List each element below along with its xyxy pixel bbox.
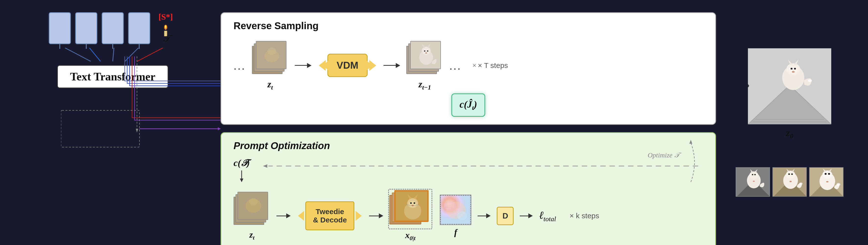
svg-point-31 xyxy=(425,52,427,54)
c-jt-box: c(Ĵt) xyxy=(452,93,485,117)
svg-point-85 xyxy=(786,171,795,179)
x0t-label: x0|t xyxy=(405,230,415,242)
token-boxes: [S*] xyxy=(49,12,177,44)
token-box-1 xyxy=(49,12,71,44)
svg-marker-18 xyxy=(218,127,221,130)
f-img-box xyxy=(440,194,471,225)
x0t-fox-img xyxy=(396,191,429,222)
dots-left: ... xyxy=(234,58,246,72)
svg-point-55 xyxy=(457,211,467,220)
svg-point-91 xyxy=(799,182,803,185)
fox-strip-1 xyxy=(736,167,770,197)
svg-point-89 xyxy=(788,174,790,175)
svg-point-71 xyxy=(808,79,812,82)
svg-point-70 xyxy=(794,68,796,70)
prompt-inner: c(𝒯) Optimize 𝒯 xyxy=(234,157,703,242)
arrow-to-x0t xyxy=(369,213,383,218)
prompt-zt-group: zt xyxy=(234,191,270,241)
left-section: [S*] xyxy=(15,12,211,233)
zt1-label: zt−1 xyxy=(418,79,431,91)
svg-point-69 xyxy=(790,68,793,70)
d-box: D xyxy=(497,207,514,225)
t-steps-label: × × T steps xyxy=(472,61,508,70)
svg-point-80 xyxy=(752,174,753,175)
reverse-sampling-title: Reverse Sampling xyxy=(234,20,703,31)
x0t-group: x0|t xyxy=(390,190,431,242)
svg-point-33 xyxy=(427,50,428,52)
f-group: f xyxy=(440,194,471,237)
arrow-to-d xyxy=(477,213,491,218)
fox-strip-img-2 xyxy=(773,168,807,197)
token-box-2 xyxy=(75,12,97,44)
svg-point-32 xyxy=(424,50,426,52)
arrow-to-ltotal xyxy=(520,213,533,218)
z0-label: z0 xyxy=(748,127,831,140)
opt-main-flow: zt Tweedie & Decode xyxy=(234,190,703,242)
main-container: [S*] xyxy=(0,0,868,245)
prompt-fox-img xyxy=(238,192,268,220)
fox-strip-img-3 xyxy=(810,168,843,197)
down-arrow-icon xyxy=(239,171,245,183)
c-t-group: c(𝒯) xyxy=(234,157,250,183)
svg-point-8 xyxy=(165,25,166,28)
middle-section: Reverse Sampling ... xyxy=(221,12,716,233)
f-label: f xyxy=(454,227,457,237)
reverse-flow-row: ... xyxy=(234,36,703,95)
fox-strip-img-1 xyxy=(736,168,770,197)
optimize-t-arrow xyxy=(263,161,698,171)
prompt-zt-stack xyxy=(234,191,270,227)
fox-strip xyxy=(736,167,843,197)
svg-marker-35 xyxy=(240,179,243,182)
f-img xyxy=(440,195,471,225)
c-t-label: c(𝒯) xyxy=(234,157,250,169)
svg-point-99 xyxy=(825,173,827,175)
svg-point-76 xyxy=(749,172,758,179)
svg-point-81 xyxy=(754,174,756,175)
t-label: 𝒯 xyxy=(163,33,168,44)
right-section: z0 xyxy=(726,48,853,196)
svg-point-90 xyxy=(791,174,793,175)
l-total-label: ℓtotal xyxy=(539,209,556,223)
prompt-opt-title: Prompt Optimization xyxy=(234,140,703,151)
zt1-stack xyxy=(406,40,443,77)
svg-point-47 xyxy=(411,205,414,206)
k-steps-label: × k steps xyxy=(569,212,599,220)
c-jt-container: c(Ĵt) xyxy=(234,96,703,117)
z0-container: z0 xyxy=(748,48,831,140)
prompt-top-area: c(𝒯) Optimize 𝒯 xyxy=(234,157,703,183)
fox-strip-2 xyxy=(772,167,807,197)
svg-point-79 xyxy=(753,181,755,182)
zt-group: zt xyxy=(252,40,289,91)
svg-point-24 xyxy=(267,48,276,55)
svg-rect-17 xyxy=(61,110,140,147)
zt1-group: zt−1 xyxy=(406,40,443,91)
tweedie-box: Tweedie & Decode xyxy=(305,201,354,230)
s-star-label: [S*] xyxy=(159,12,173,22)
arrow-to-tweedie xyxy=(276,213,291,218)
fox-img-top xyxy=(256,41,286,69)
svg-point-95 xyxy=(823,171,832,179)
vdm-container: VDM xyxy=(318,54,378,77)
zt-label: zt xyxy=(267,79,273,91)
flame-token: [S*] xyxy=(155,12,177,44)
arrow-from-vdm xyxy=(383,63,400,68)
prompt-optimization-box: Prompt Optimization c(𝒯) xyxy=(221,132,716,245)
prompt-zt-label: zt xyxy=(249,229,255,241)
z0-arrow-icon xyxy=(748,82,749,90)
svg-marker-37 xyxy=(263,164,267,168)
arrow-to-vdm xyxy=(295,63,311,68)
svg-point-40 xyxy=(249,198,258,205)
z0-bg xyxy=(748,48,831,124)
svg-point-100 xyxy=(828,173,830,175)
svg-point-54 xyxy=(444,201,456,211)
token-box-3 xyxy=(102,12,124,44)
vdm-box: VDM xyxy=(328,54,368,77)
svg-point-9 xyxy=(165,28,166,29)
fox-strip-3 xyxy=(809,167,843,197)
zt-stack xyxy=(252,40,289,77)
svg-point-88 xyxy=(789,181,792,182)
svg-point-48 xyxy=(410,202,412,204)
fox-clear-img xyxy=(411,41,441,69)
svg-point-98 xyxy=(826,181,829,182)
svg-marker-72 xyxy=(748,82,749,90)
